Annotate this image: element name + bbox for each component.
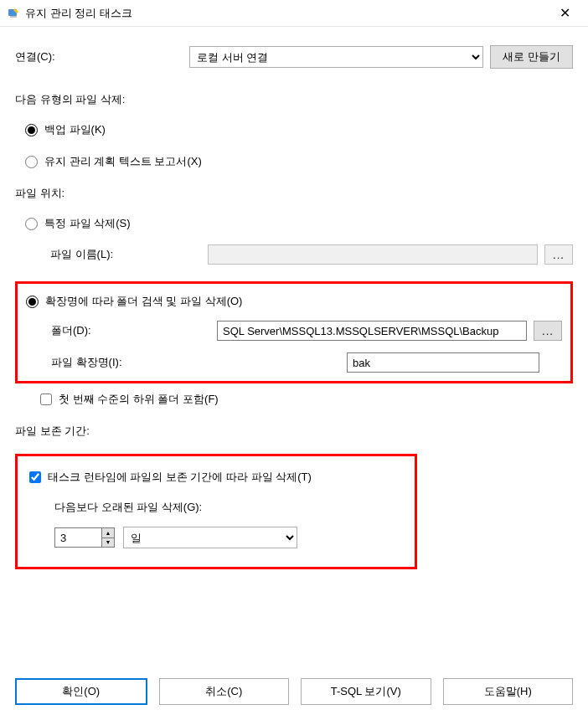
connection-select[interactable]: 로컬 서버 연결 — [189, 46, 483, 68]
app-icon — [7, 7, 20, 20]
include-subfolders-checkbox[interactable] — [40, 394, 52, 405]
connection-label: 연결(C): — [15, 49, 183, 64]
older-than-label: 다음보다 오래된 파일 삭제(G): — [54, 500, 403, 515]
file-location-section-label: 파일 위치: — [15, 186, 573, 201]
age-value-input[interactable] — [54, 527, 101, 548]
radio-specific-file[interactable]: 특정 파일 삭제(S) — [25, 216, 573, 231]
connection-row: 연결(C): 로컬 서버 연결 새로 만들기 — [15, 45, 573, 69]
include-subfolders-row[interactable]: 첫 번째 수준의 하위 폴더 포함(F) — [40, 392, 573, 407]
age-unit-select[interactable]: 일 — [123, 527, 297, 548]
file-name-label: 파일 이름(L): — [50, 247, 201, 262]
folder-label: 폴더(D): — [51, 323, 210, 338]
titlebar: 유지 관리 정리 태스크 ✕ — [0, 0, 588, 27]
radio-specific-file-input[interactable] — [25, 218, 38, 230]
file-type-section-label: 다음 유형의 파일 삭제: — [15, 92, 573, 107]
extension-row: 파일 확장명(I): — [51, 352, 562, 373]
new-connection-button[interactable]: 새로 만들기 — [490, 45, 573, 69]
radio-backup-files-input[interactable] — [25, 124, 38, 136]
spinner-up-button[interactable]: ▲ — [102, 528, 114, 538]
svg-rect-1 — [10, 16, 17, 18]
file-name-browse-button: ... — [544, 244, 573, 265]
radio-report-files[interactable]: 유지 관리 계획 텍스트 보고서(X) — [25, 154, 573, 169]
include-subfolders-label: 첫 번째 수준의 하위 폴더 포함(F) — [59, 392, 219, 407]
age-spinner[interactable]: ▲ ▼ — [54, 527, 115, 548]
extension-input[interactable] — [347, 352, 539, 373]
tsql-view-button[interactable]: T-SQL 보기(V) — [301, 678, 431, 705]
age-row: 다음보다 오래된 파일 삭제(G): ▲ ▼ 일 — [54, 500, 403, 548]
help-button[interactable]: 도움말(H) — [443, 678, 574, 705]
spinner-down-button[interactable]: ▼ — [102, 538, 114, 548]
radio-search-by-ext-label: 확장명에 따라 폴더 검색 및 파일 삭제(O) — [45, 294, 242, 309]
file-age-section-label: 파일 보존 기간: — [15, 424, 573, 439]
radio-search-by-ext[interactable]: 확장명에 따라 폴더 검색 및 파일 삭제(O) — [26, 294, 562, 309]
radio-report-files-label: 유지 관리 계획 텍스트 보고서(X) — [44, 154, 202, 169]
highlight-age-section: 태스크 런타임에 파일의 보존 기간에 따라 파일 삭제(T) 다음보다 오래된… — [15, 454, 417, 569]
delete-by-age-checkbox[interactable] — [29, 471, 41, 483]
radio-backup-files[interactable]: 백업 파일(K) — [25, 122, 573, 137]
delete-by-age-label: 태스크 런타임에 파일의 보존 기간에 따라 파일 삭제(T) — [48, 470, 312, 485]
ok-button[interactable]: 확인(O) — [15, 678, 147, 705]
footer: 확인(O) 취소(C) T-SQL 보기(V) 도움말(H) — [15, 678, 573, 705]
radio-specific-file-label: 특정 파일 삭제(S) — [44, 216, 131, 231]
dialog-content: 연결(C): 로컬 서버 연결 새로 만들기 다음 유형의 파일 삭제: 백업 … — [0, 27, 588, 569]
folder-input[interactable] — [217, 321, 527, 341]
radio-backup-files-label: 백업 파일(K) — [44, 122, 106, 137]
age-controls: ▲ ▼ 일 — [54, 527, 403, 548]
folder-browse-button[interactable]: ... — [534, 321, 562, 341]
extension-label: 파일 확장명(I): — [51, 355, 210, 370]
spinner-buttons: ▲ ▼ — [101, 527, 115, 548]
radio-search-by-ext-input[interactable] — [26, 296, 39, 308]
folder-row: 폴더(D): ... — [51, 321, 562, 341]
delete-by-age-row[interactable]: 태스크 런타임에 파일의 보존 기간에 따라 파일 삭제(T) — [29, 470, 403, 485]
radio-report-files-input[interactable] — [25, 156, 38, 168]
window-title: 유지 관리 정리 태스크 — [25, 6, 548, 21]
file-name-row: 파일 이름(L): ... — [50, 244, 573, 265]
file-name-input — [208, 244, 538, 265]
cancel-button[interactable]: 취소(C) — [159, 678, 290, 705]
highlight-folder-section: 확장명에 따라 폴더 검색 및 파일 삭제(O) 폴더(D): ... 파일 확… — [15, 281, 573, 383]
close-button[interactable]: ✕ — [548, 2, 581, 25]
